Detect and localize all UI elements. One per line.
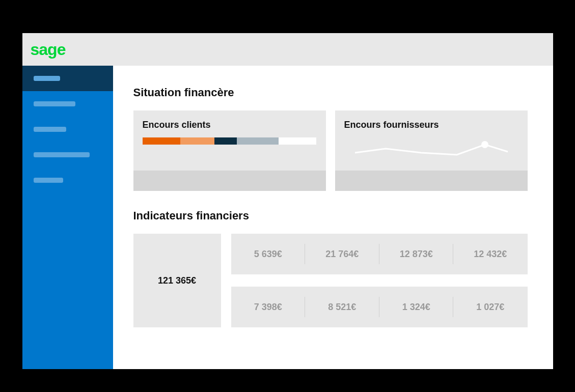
card-footer bbox=[335, 171, 528, 191]
bar-segment bbox=[237, 137, 279, 145]
bar-segment bbox=[214, 137, 237, 145]
sidebar-item-0[interactable] bbox=[22, 66, 113, 91]
indicator-value: 1 027€ bbox=[476, 302, 504, 313]
app-header: sage bbox=[22, 33, 553, 66]
indicator-value: 8 521€ bbox=[328, 302, 356, 313]
logo: sage bbox=[31, 40, 66, 59]
card-title: Encours clients bbox=[133, 110, 326, 137]
indicator-row-1: 5 639€ 21 764€ 12 873€ 12 432€ bbox=[231, 234, 528, 274]
main-content: Situation financère Encours clients Enco… bbox=[113, 66, 553, 369]
sidebar-item-3[interactable] bbox=[22, 142, 113, 167]
indicator-value: 12 432€ bbox=[474, 249, 507, 260]
bar-segment bbox=[279, 137, 316, 145]
indicator-cell: 12 432€ bbox=[453, 234, 528, 274]
indicator-cell: 1 324€ bbox=[379, 287, 454, 327]
indicator-value: 1 324€ bbox=[402, 302, 430, 313]
card-encours-fournisseurs: Encours fournisseurs bbox=[335, 110, 528, 191]
sparkline-marker bbox=[481, 141, 488, 148]
indicator-cell: 1 027€ bbox=[453, 287, 528, 327]
indicator-cell: 21 764€ bbox=[305, 234, 379, 274]
bar-segment bbox=[180, 137, 214, 145]
indicator-cell: 12 873€ bbox=[379, 234, 454, 274]
indicator-cell: 7 398€ bbox=[231, 287, 306, 327]
app-body: Situation financère Encours clients Enco… bbox=[22, 66, 553, 369]
indicator-small-grid: 5 639€ 21 764€ 12 873€ 12 432€ 7 398€ 8 … bbox=[231, 234, 528, 327]
sidebar-item-placeholder bbox=[34, 178, 63, 183]
card-body bbox=[133, 137, 326, 171]
indicator-value: 7 398€ bbox=[254, 302, 282, 313]
card-title: Encours fournisseurs bbox=[335, 110, 528, 137]
sidebar bbox=[22, 66, 113, 369]
segmented-bar bbox=[143, 137, 317, 145]
situation-row: Encours clients Encours fournisseurs bbox=[133, 110, 528, 191]
indicator-cell: 8 521€ bbox=[305, 287, 379, 327]
indicator-big-card: 121 365€ bbox=[133, 234, 221, 327]
sidebar-item-4[interactable] bbox=[22, 167, 113, 193]
sidebar-item-placeholder bbox=[34, 152, 90, 157]
card-encours-clients: Encours clients bbox=[133, 110, 326, 191]
sidebar-item-placeholder bbox=[34, 127, 66, 132]
card-body bbox=[335, 137, 528, 171]
card-footer bbox=[133, 171, 326, 191]
app-window: sage Situation financère Encours bbox=[22, 33, 553, 369]
sidebar-item-1[interactable] bbox=[22, 91, 113, 117]
situation-title: Situation financère bbox=[133, 86, 528, 99]
indicator-big-value: 121 365€ bbox=[158, 275, 196, 286]
indicator-row-2: 7 398€ 8 521€ 1 324€ 1 027€ bbox=[231, 287, 528, 327]
sidebar-item-2[interactable] bbox=[22, 117, 113, 142]
bar-segment bbox=[143, 137, 180, 145]
indicator-value: 5 639€ bbox=[254, 249, 282, 260]
indicators-row: 121 365€ 5 639€ 21 764€ 12 873€ 12 432€ … bbox=[133, 234, 528, 327]
indicators-title: Indicateurs financiers bbox=[133, 209, 528, 222]
indicator-value: 12 873€ bbox=[400, 249, 433, 260]
sidebar-item-placeholder bbox=[34, 76, 60, 81]
indicator-cell: 5 639€ bbox=[231, 234, 306, 274]
sparkline-chart bbox=[344, 137, 518, 163]
indicator-value: 21 764€ bbox=[325, 249, 359, 260]
sidebar-item-placeholder bbox=[34, 101, 75, 106]
